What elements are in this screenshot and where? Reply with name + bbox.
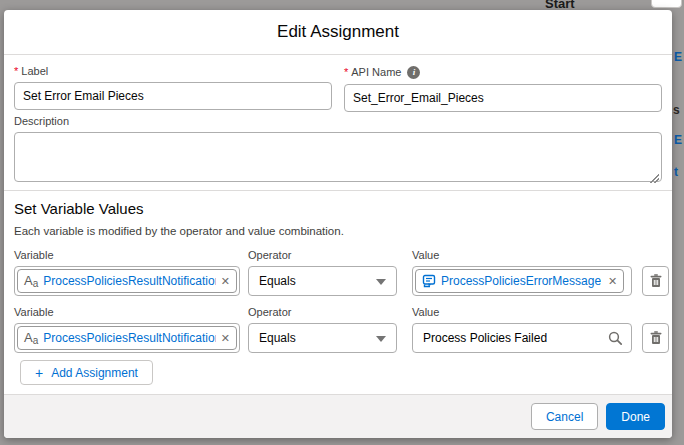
value-column-label: Value [412,250,632,261]
trash-icon [650,274,662,288]
modal-header: Edit Assignment [4,10,672,55]
api-name-field: * API Name i [344,66,662,112]
assignment-row: Variable Aa ProcessPoliciesResultNotific… [14,307,669,353]
background-text-fragment: E [674,50,682,64]
chevron-down-icon [376,279,386,285]
operator-column-label: Operator [248,250,397,261]
text-type-icon: Aa [24,274,38,289]
remove-pill-icon[interactable]: ✕ [221,276,230,287]
done-button[interactable]: Done [606,403,665,430]
assignment-row: Variable Aa ProcessPoliciesResultNotific… [14,250,669,296]
background-card-fragment [651,0,682,8]
delete-row-button[interactable] [642,323,669,353]
chevron-down-icon [376,336,386,342]
value-column-label: Value [412,307,632,318]
api-name-input[interactable] [344,84,662,112]
required-asterisk: * [14,66,18,77]
variable-pill[interactable]: Aa ProcessPoliciesResultNotificationTitl… [17,326,237,350]
label-input[interactable] [14,82,332,110]
background-text-fragment: E [674,133,682,147]
value-combobox[interactable]: ProcessPoliciesErrorMessage ✕ [412,266,632,296]
textarea-resize-handle[interactable] [650,174,659,183]
cancel-button[interactable]: Cancel [531,403,598,430]
info-icon[interactable]: i [407,66,420,79]
remove-pill-icon[interactable]: ✕ [221,333,230,344]
required-asterisk: * [344,67,348,78]
trash-icon [650,331,662,345]
description-field: Description [14,116,662,186]
remove-pill-icon[interactable]: ✕ [608,276,617,287]
background-text-fragment: s [673,103,680,117]
variable-icon [422,274,436,288]
value-input[interactable] [413,325,631,351]
variable-column-label: Variable [14,307,240,318]
background-text-fragment: t [674,165,678,179]
operator-select[interactable]: Equals [248,323,397,353]
operator-select[interactable]: Equals [248,266,397,296]
section-subtext: Each variable is modified by the operato… [14,225,344,237]
section-heading: Set Variable Values [14,200,144,217]
modal-title: Edit Assignment [277,22,399,42]
add-assignment-button[interactable]: + Add Assignment [20,360,153,385]
variable-column-label: Variable [14,250,240,261]
text-type-icon: Aa [24,331,38,346]
value-pill[interactable]: ProcessPoliciesErrorMessage ✕ [415,269,624,293]
modal-footer: Cancel Done [4,394,672,438]
edit-assignment-modal: Edit Assignment * Label * API Name i Des… [4,10,672,438]
description-textarea[interactable] [14,132,662,182]
operator-column-label: Operator [248,307,397,318]
description-field-label: Description [14,116,662,127]
search-icon [608,331,623,346]
plus-icon: + [35,366,43,380]
variable-combobox[interactable]: Aa ProcessPoliciesResultNotificationBody… [14,266,240,296]
variable-pill[interactable]: Aa ProcessPoliciesResultNotificationBody… [17,269,237,293]
delete-row-button[interactable] [642,266,669,296]
api-name-field-label: * API Name i [344,66,662,79]
value-search-combobox[interactable] [412,323,632,353]
section-divider [4,190,672,191]
variable-combobox[interactable]: Aa ProcessPoliciesResultNotificationTitl… [14,323,240,353]
label-field: * Label [14,66,332,112]
label-field-label: * Label [14,66,332,77]
